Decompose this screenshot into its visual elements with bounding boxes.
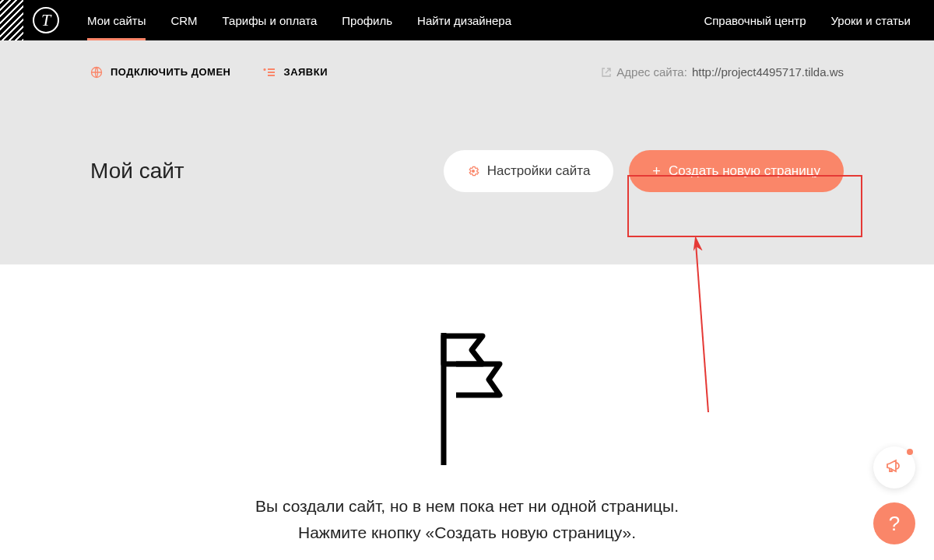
main-header: T Мои сайты CRM Тарифы и оплата Профиль …	[0, 0, 934, 40]
site-toolbar: ПОДКЛЮЧИТЬ ДОМЕН ЗАЯВКИ Адрес сайта: htt…	[0, 40, 934, 264]
globe-icon	[90, 66, 103, 79]
empty-state: Вы создали сайт, но в нем пока нет ни од…	[0, 264, 934, 545]
empty-message: Вы создали сайт, но в нем пока нет ни од…	[0, 493, 934, 545]
external-link-icon	[601, 67, 612, 78]
site-url[interactable]: Адрес сайта: http://project4495717.tilda…	[601, 65, 844, 79]
nav-label: Профиль	[342, 14, 392, 27]
empty-line1: Вы создали сайт, но в нем пока нет ни од…	[0, 493, 934, 520]
main-nav: Мои сайты CRM Тарифы и оплата Профиль На…	[87, 0, 511, 40]
logo-text: T	[41, 10, 51, 30]
nav-help-center[interactable]: Справочный центр	[704, 14, 806, 27]
nav-articles[interactable]: Уроки и статьи	[831, 14, 911, 27]
plus-icon: +	[652, 163, 661, 180]
create-page-label: Создать новую страницу	[669, 163, 820, 179]
nav-label: CRM	[170, 14, 197, 27]
nav-label: Уроки и статьи	[831, 14, 911, 27]
announcements-button[interactable]	[873, 446, 915, 488]
flag-icon	[420, 327, 514, 470]
nav-crm[interactable]: CRM	[170, 0, 197, 40]
logo[interactable]: T	[33, 7, 59, 33]
requests-link[interactable]: ЗАЯВКИ	[263, 66, 328, 79]
site-url-value: http://project4495717.tilda.ws	[692, 65, 844, 79]
site-url-label: Адрес сайта:	[616, 65, 687, 79]
requests-label: ЗАЯВКИ	[283, 66, 328, 78]
nav-label: Тарифы и оплата	[223, 14, 318, 27]
nav-find-designer[interactable]: Найти дизайнера	[417, 0, 511, 40]
gear-icon	[467, 165, 479, 177]
nav-right: Справочный центр Уроки и статьи	[704, 14, 911, 27]
floating-buttons: ?	[873, 446, 915, 544]
megaphone-icon	[885, 457, 904, 478]
nav-my-sites[interactable]: Мои сайты	[87, 0, 146, 40]
help-button[interactable]: ?	[873, 502, 915, 544]
site-settings-button[interactable]: Настройки сайта	[444, 150, 614, 192]
nav-label: Мои сайты	[87, 14, 146, 27]
connect-domain-link[interactable]: ПОДКЛЮЧИТЬ ДОМЕН	[90, 66, 230, 79]
help-label: ?	[889, 512, 900, 536]
decorative-zigzag	[0, 0, 23, 40]
list-plus-icon	[263, 66, 276, 79]
site-title: Мой сайт	[90, 159, 184, 184]
create-page-button[interactable]: + Создать новую страницу	[629, 150, 844, 192]
nav-tariffs[interactable]: Тарифы и оплата	[223, 0, 318, 40]
nav-label: Найти дизайнера	[417, 14, 511, 27]
connect-domain-label: ПОДКЛЮЧИТЬ ДОМЕН	[111, 66, 230, 78]
logo-wrap: T	[0, 0, 59, 40]
toolbar-row-links: ПОДКЛЮЧИТЬ ДОМЕН ЗАЯВКИ Адрес сайта: htt…	[90, 65, 844, 79]
empty-line2: Нажмите кнопку «Создать новую страницу».	[0, 520, 934, 546]
button-group: Настройки сайта + Создать новую страницу	[444, 150, 844, 192]
settings-label: Настройки сайта	[487, 163, 591, 179]
nav-profile[interactable]: Профиль	[342, 0, 392, 40]
toolbar-row-title: Мой сайт Настройки сайта + Создать новую…	[90, 150, 844, 192]
nav-label: Справочный центр	[704, 14, 806, 27]
